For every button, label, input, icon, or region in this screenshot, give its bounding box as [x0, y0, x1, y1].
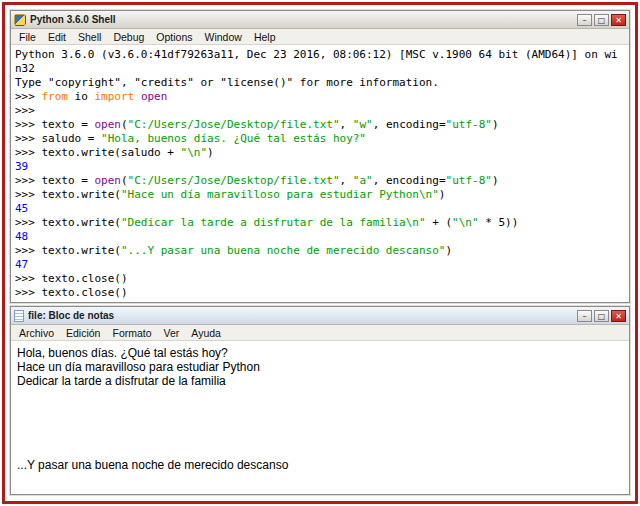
- notepad-line: ...Y pasar una buena noche de merecido d…: [17, 458, 623, 472]
- notepad-window-title: file: Bloc de notas: [28, 310, 577, 321]
- shell-menu-shell[interactable]: Shell: [72, 31, 107, 43]
- notepad-menubar: ArchivoEdiciónFormatoVerAyuda: [11, 325, 629, 341]
- shell-line: >>> texto.write("Dedicar la tarde a disf…: [15, 216, 625, 230]
- screenshot-frame: Python 3.6.0 Shell – □ ✕ FileEditShellDe…: [2, 2, 638, 504]
- notepad-icon: [14, 310, 24, 322]
- shell-line: 39: [15, 160, 625, 174]
- notepad-line: [17, 430, 623, 444]
- shell-line: >>> from io import open: [15, 90, 625, 104]
- shell-titlebar[interactable]: Python 3.6.0 Shell – □ ✕: [11, 11, 629, 29]
- python-icon: [14, 14, 26, 26]
- notepad-menu-edicion[interactable]: Edición: [60, 327, 106, 339]
- shell-menu-options[interactable]: Options: [150, 31, 198, 43]
- shell-line: >>> saludo = "Hola, buenos días. ¿Qué ta…: [15, 132, 625, 146]
- shell-line: Python 3.6.0 (v3.6.0:41df79263a11, Dec 2…: [15, 48, 625, 62]
- notepad-line: Dedicar la tarde a disfrutar de la famil…: [17, 374, 623, 388]
- python-shell-window: Python 3.6.0 Shell – □ ✕ FileEditShellDe…: [10, 10, 630, 303]
- shell-window-title: Python 3.6.0 Shell: [30, 14, 577, 25]
- notepad-line: [17, 388, 623, 402]
- shell-line: 45: [15, 202, 625, 216]
- shell-menu-file[interactable]: File: [13, 31, 42, 43]
- notepad-line: [17, 444, 623, 458]
- notepad-titlebar[interactable]: file: Bloc de notas – □ ✕: [11, 307, 629, 325]
- notepad-line: [17, 402, 623, 416]
- shell-line: n32: [15, 62, 625, 76]
- notepad-line: [17, 416, 623, 430]
- notepad-content[interactable]: Hola, buenos días. ¿Qué tal estás hoy?Ha…: [11, 342, 629, 494]
- notepad-menu-ayuda[interactable]: Ayuda: [185, 327, 227, 339]
- shell-menu-window[interactable]: Window: [199, 31, 248, 43]
- shell-menu-help[interactable]: Help: [248, 31, 282, 43]
- shell-line: >>> texto.close(): [15, 272, 625, 286]
- shell-line: >>> texto.write("Hace un día maravilloso…: [15, 188, 625, 202]
- shell-line: >>> texto = open("C:/Users/Jose/Desktop/…: [15, 174, 625, 188]
- notepad-menu-archivo[interactable]: Archivo: [13, 327, 60, 339]
- notepad-line: Hola, buenos días. ¿Qué tal estás hoy?: [17, 346, 623, 360]
- shell-line: 47: [15, 258, 625, 272]
- close-button[interactable]: ✕: [611, 310, 626, 322]
- shell-window-controls: – □ ✕: [577, 14, 626, 26]
- minimize-button[interactable]: –: [577, 310, 592, 322]
- notepad-window-controls: – □ ✕: [577, 310, 626, 322]
- maximize-button[interactable]: □: [594, 14, 609, 26]
- minimize-button[interactable]: –: [577, 14, 592, 26]
- notepad-window: file: Bloc de notas – □ ✕ ArchivoEdición…: [10, 306, 630, 495]
- shell-line: >>> texto.write("...Y pasar una buena no…: [15, 244, 625, 258]
- shell-menubar: FileEditShellDebugOptionsWindowHelp: [11, 29, 629, 45]
- shell-line: >>>: [15, 104, 625, 118]
- shell-menu-edit[interactable]: Edit: [42, 31, 72, 43]
- close-button[interactable]: ✕: [611, 14, 626, 26]
- shell-content[interactable]: Python 3.6.0 (v3.6.0:41df79263a11, Dec 2…: [11, 46, 629, 302]
- shell-line: >>> texto.close(): [15, 286, 625, 300]
- shell-line: Type "copyright", "credits" or "license(…: [15, 76, 625, 90]
- maximize-button[interactable]: □: [594, 310, 609, 322]
- shell-line: >>> texto = open("C:/Users/Jose/Desktop/…: [15, 118, 625, 132]
- notepad-menu-ver[interactable]: Ver: [158, 327, 186, 339]
- notepad-menu-formato[interactable]: Formato: [106, 327, 157, 339]
- shell-line: 48: [15, 230, 625, 244]
- shell-line: >>> texto.write(saludo + "\n"): [15, 146, 625, 160]
- shell-menu-debug[interactable]: Debug: [107, 31, 150, 43]
- notepad-line: Hace un día maravilloso para estudiar Py…: [17, 360, 623, 374]
